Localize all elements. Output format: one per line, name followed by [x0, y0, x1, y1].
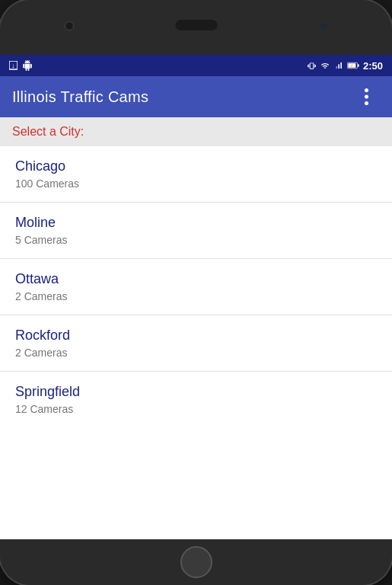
city-cameras-count: 5 Cameras — [15, 234, 377, 246]
section-header: Select a City: — [0, 117, 392, 146]
status-time: 2:50 — [363, 60, 383, 72]
city-list-item[interactable]: Springfield12 Cameras — [0, 372, 392, 427]
phone-device: ↓ — [0, 0, 392, 585]
city-name: Chicago — [15, 158, 377, 174]
city-list: Chicago100 CamerasMoline5 CamerasOttawa2… — [0, 146, 392, 539]
app-title: Illinois Traffic Cams — [12, 88, 148, 106]
earpiece-speaker — [175, 20, 217, 30]
bottom-bezel — [0, 539, 392, 585]
city-list-item[interactable]: Rockford2 Cameras — [0, 315, 392, 372]
battery-icon: ⚡ — [347, 61, 359, 70]
city-name: Rockford — [15, 328, 377, 344]
screen: ↓ — [0, 55, 392, 539]
city-list-item[interactable]: Chicago100 Cameras — [0, 146, 392, 203]
home-button[interactable] — [180, 546, 212, 578]
status-bar: ↓ — [0, 55, 392, 76]
status-left-icons: ↓ — [9, 60, 33, 71]
signal-icon — [334, 61, 343, 70]
android-icon — [22, 60, 33, 71]
city-cameras-count: 100 Cameras — [15, 177, 377, 190]
download-icon: ↓ — [9, 61, 18, 71]
city-cameras-count: 2 Cameras — [15, 347, 377, 359]
more-vert-icon[interactable] — [352, 83, 380, 110]
status-right-icons: ⚡ 2:50 — [308, 60, 383, 72]
city-cameras-count: 2 Cameras — [15, 290, 377, 302]
city-name: Moline — [15, 215, 377, 231]
svg-text:⚡: ⚡ — [349, 63, 354, 69]
wifi-icon — [320, 62, 330, 70]
front-camera — [65, 21, 74, 30]
section-header-label: Select a City: — [12, 125, 84, 138]
proximity-sensor — [321, 23, 327, 29]
svg-text:↓: ↓ — [11, 62, 15, 69]
svg-point-8 — [365, 101, 368, 105]
top-bezel — [0, 0, 392, 55]
svg-point-7 — [365, 95, 368, 99]
city-name: Springfield — [15, 384, 377, 400]
app-bar: Illinois Traffic Cams — [0, 76, 392, 117]
city-cameras-count: 12 Cameras — [15, 403, 377, 415]
city-list-item[interactable]: Ottawa2 Cameras — [0, 259, 392, 315]
city-name: Ottawa — [15, 271, 377, 287]
svg-point-6 — [365, 88, 368, 92]
svg-rect-4 — [358, 64, 359, 66]
vibrate-icon — [308, 61, 316, 71]
city-list-item[interactable]: Moline5 Cameras — [0, 203, 392, 259]
